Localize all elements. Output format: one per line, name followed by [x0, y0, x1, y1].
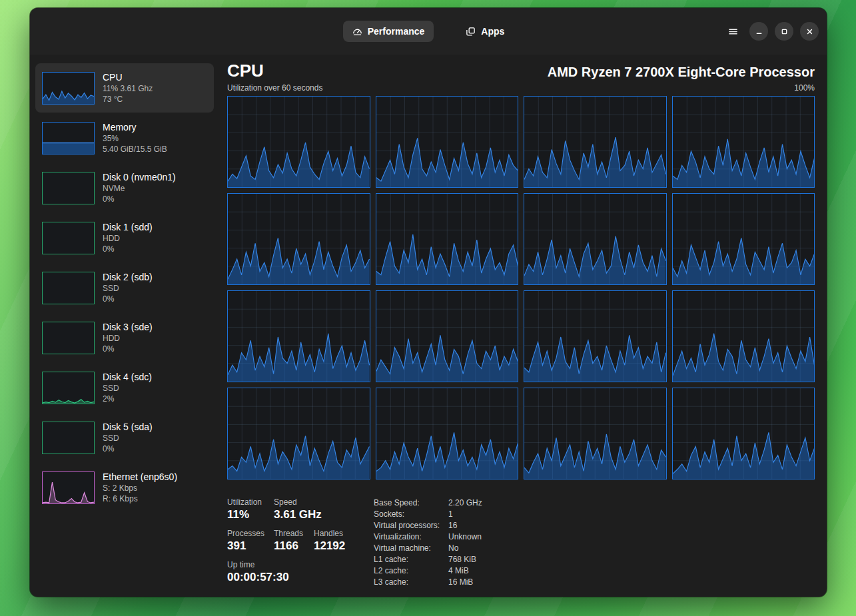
- titlebar[interactable]: Performance Apps: [30, 8, 827, 55]
- stat-speed: Speed 3.61 GHz: [274, 497, 322, 522]
- sidebar-graph-thumbnail: [42, 272, 95, 304]
- sidebar: CPU 11% 3.61 Ghz 73 °C Memory 35% 5.40 G…: [30, 55, 219, 597]
- apps-icon: [466, 27, 476, 37]
- hamburger-menu-button[interactable]: [723, 21, 743, 41]
- core-graph-6: [524, 193, 667, 285]
- core-graph-15: [672, 388, 815, 479]
- desktop-background: Performance Apps: [0, 0, 856, 616]
- close-icon: [806, 28, 813, 35]
- sidebar-item-title: Disk 0 (nvme0n1): [103, 171, 176, 183]
- cpu-stats: Utilization 11% Speed 3.61 GHz Processes: [227, 497, 374, 591]
- detail-row: Virtual machine:No: [374, 543, 482, 554]
- core-graph-3: [672, 96, 815, 188]
- detail-row: Sockets:1: [374, 509, 482, 520]
- sidebar-item-line3: 0%: [103, 444, 153, 454]
- sidebar-item-line2: SSD: [103, 433, 153, 444]
- app-window: Performance Apps: [30, 8, 827, 597]
- sidebar-item-line3: 0%: [103, 194, 176, 204]
- core-graph-14: [524, 388, 667, 479]
- sidebar-item-line2: SSD: [103, 383, 152, 394]
- detail-row: Base Speed:2.20 GHz: [374, 497, 482, 509]
- detail-row: L3 cache:16 MiB: [374, 577, 482, 588]
- detail-row: Virtualization:Unknown: [374, 531, 482, 543]
- stat-processes: Processes 391: [227, 528, 274, 553]
- sidebar-item-title: Disk 2 (sdb): [103, 271, 153, 283]
- sidebar-item-disk0[interactable]: Disk 0 (nvme0n1) NVMe 0%: [35, 163, 214, 212]
- sidebar-graph-thumbnail: [42, 72, 95, 105]
- sidebar-item-ethernet[interactable]: Ethernet (enp6s0) S: 2 Kbps R: 6 Kbps: [35, 463, 214, 512]
- sidebar-item-title: Disk 4 (sdc): [103, 371, 152, 383]
- speedometer-icon: [352, 27, 362, 37]
- minimize-button[interactable]: [749, 22, 768, 41]
- sidebar-item-line2: SSD: [103, 283, 153, 294]
- core-graph-5: [376, 193, 519, 285]
- core-graph-10: [524, 290, 667, 382]
- stat-threads: Threads 1166: [274, 528, 314, 553]
- sidebar-item-memory[interactable]: Memory 35% 5.40 GiB/15.5 GiB: [35, 113, 214, 162]
- hamburger-menu-icon: [728, 27, 738, 37]
- stat-uptime: Up time 00:00:57:30: [227, 559, 289, 585]
- sidebar-item-line2: 11% 3.61 Ghz: [103, 83, 153, 94]
- tab-apps-label: Apps: [481, 26, 504, 37]
- graph-caption: Utilization over 60 seconds: [227, 83, 322, 93]
- sidebar-graph-thumbnail: [42, 422, 95, 454]
- minimize-icon: [755, 28, 763, 35]
- detail-row: Virtual processors:16: [374, 520, 482, 531]
- sidebar-item-disk5[interactable]: Disk 5 (sda) SSD 0%: [35, 413, 214, 462]
- sidebar-item-title: Ethernet (enp6s0): [103, 471, 177, 483]
- details-list: Base Speed:2.20 GHzSockets:1Virtual proc…: [374, 497, 482, 591]
- sidebar-item-disk2[interactable]: Disk 2 (sdb) SSD 0%: [35, 263, 214, 312]
- tab-apps[interactable]: Apps: [456, 21, 514, 42]
- core-graph-0: [227, 96, 370, 188]
- detail-row: L2 cache:4 MiB: [374, 565, 482, 577]
- core-graph-9: [376, 290, 519, 382]
- sidebar-item-disk1[interactable]: Disk 1 (sdd) HDD 0%: [35, 213, 214, 262]
- sidebar-item-line2: 35%: [103, 133, 167, 144]
- close-button[interactable]: [800, 22, 819, 41]
- core-graph-7: [672, 193, 815, 285]
- sidebar-item-line3: 0%: [103, 294, 153, 304]
- core-graph-grid: [227, 96, 815, 479]
- sidebar-item-line3: 0%: [103, 244, 153, 254]
- performance-panel: CPU AMD Ryzen 7 2700X Eight-Core Process…: [219, 55, 827, 597]
- sidebar-item-disk3[interactable]: Disk 3 (sde) HDD 0%: [35, 313, 214, 362]
- sidebar-item-disk4[interactable]: Disk 4 (sdc) SSD 2%: [35, 363, 214, 412]
- sidebar-item-line2: HDD: [103, 333, 153, 344]
- maximize-button[interactable]: [775, 22, 793, 41]
- core-graph-11: [672, 290, 815, 382]
- maximize-icon: [781, 28, 788, 35]
- tab-performance-label: Performance: [368, 26, 425, 37]
- core-graph-1: [376, 96, 519, 188]
- sidebar-item-line3: 73 °C: [103, 94, 153, 105]
- sidebar-graph-thumbnail: [42, 322, 95, 354]
- window-controls: [723, 8, 819, 55]
- view-tabs: Performance Apps: [343, 21, 514, 42]
- cpu-stats-section: Utilization 11% Speed 3.61 GHz Processes: [227, 497, 815, 591]
- sidebar-graph-thumbnail: [42, 372, 95, 404]
- core-graph-8: [227, 290, 370, 382]
- sidebar-item-line2: S: 2 Kbps: [103, 483, 177, 493]
- sidebar-item-line3: R: 6 Kbps: [103, 493, 177, 504]
- sidebar-item-line3: 5.40 GiB/15.5 GiB: [103, 144, 167, 154]
- graph-max-label: 100%: [794, 83, 815, 93]
- sidebar-item-line3: 0%: [103, 344, 153, 354]
- sidebar-item-line2: HDD: [103, 233, 153, 244]
- core-graph-2: [524, 96, 667, 188]
- core-graph-12: [227, 388, 370, 479]
- sidebar-item-title: Disk 1 (sdd): [103, 221, 153, 233]
- sidebar-item-title: Disk 5 (sda): [103, 421, 153, 433]
- sidebar-graph-thumbnail: [42, 471, 95, 504]
- sidebar-item-line3: 2%: [103, 394, 152, 404]
- page-title: CPU: [227, 60, 264, 81]
- core-graph-13: [376, 388, 519, 479]
- detail-row: L1 cache:768 KiB: [374, 554, 482, 565]
- tab-performance[interactable]: Performance: [343, 21, 434, 42]
- sidebar-item-cpu[interactable]: CPU 11% 3.61 Ghz 73 °C: [35, 63, 214, 113]
- sidebar-graph-thumbnail: [42, 222, 95, 254]
- sidebar-item-title: Disk 3 (sde): [103, 321, 153, 333]
- sidebar-graph-thumbnail: [42, 172, 95, 204]
- sidebar-item-title: Memory: [103, 121, 167, 133]
- stat-utilization: Utilization 11%: [227, 497, 274, 522]
- processor-name: AMD Ryzen 7 2700X Eight-Core Processor: [548, 65, 815, 80]
- sidebar-item-line2: NVMe: [103, 183, 176, 194]
